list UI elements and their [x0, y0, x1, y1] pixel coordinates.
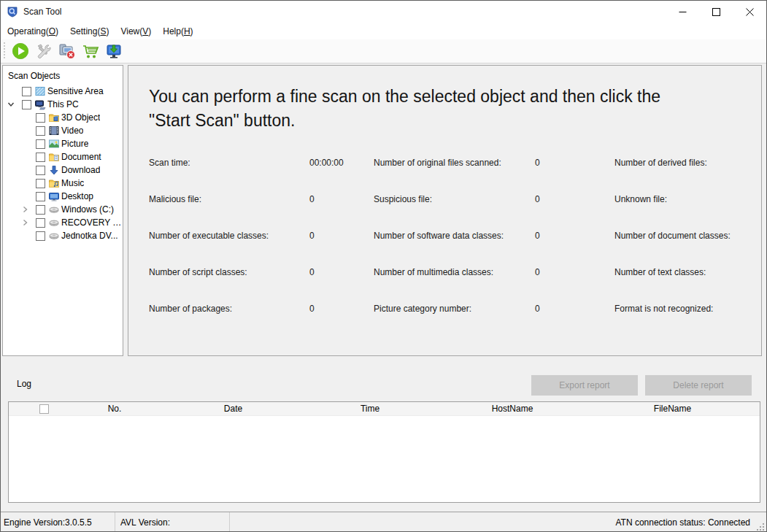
purchase-button[interactable]	[80, 41, 101, 61]
log-column-filename: FileName	[585, 404, 760, 414]
stat-label-number-of-executable-classes: Number of executable classes:	[149, 231, 309, 241]
stats-row: Malicious file:0Suspicious file:0Unknown…	[128, 194, 761, 231]
scan-statistics: Scan time:00:00:00Number of original fil…	[128, 158, 761, 340]
stat-label-number-of-script-classes: Number of script classes:	[149, 267, 309, 277]
tree-item-label: Document	[61, 152, 101, 162]
checkbox-desktop[interactable]	[36, 192, 45, 201]
log-column-no: No.	[63, 404, 166, 414]
resize-grip-icon[interactable]	[756, 523, 766, 532]
drive-icon	[48, 230, 60, 242]
stat-label-number-of-software-data-classes: Number of software data classes:	[374, 231, 535, 241]
scan-objects-tree: Sensitive AreaThis PC3D ObjectVideoPictu…	[3, 85, 123, 242]
computer-error-icon	[58, 42, 76, 60]
expander-expanded-icon[interactable]	[7, 98, 22, 111]
checkbox-jednotka-dv[interactable]	[36, 231, 45, 241]
titlebar: Scan Tool	[1, 1, 766, 23]
log-column-date: Date	[166, 404, 301, 414]
update-button[interactable]	[103, 41, 125, 61]
expander-collapsed-icon[interactable]	[21, 216, 36, 229]
menu-item-setting[interactable]: Setting(S)	[64, 24, 115, 39]
expander-spacer	[7, 85, 22, 98]
tree-item-video[interactable]: Video	[3, 124, 123, 137]
video-icon	[48, 125, 60, 136]
log-table-body	[9, 416, 760, 502]
checkbox-music[interactable]	[36, 179, 45, 188]
checkbox-document[interactable]	[36, 153, 45, 162]
stat-value-number-of-multimedia-classes: 0	[535, 267, 614, 277]
engine-version-text: Engine Version:3.0.5.5	[1, 512, 115, 532]
tree-item-3d-object[interactable]: 3D Object	[3, 111, 123, 124]
stats-row: Number of script classes:0Number of mult…	[128, 267, 761, 304]
checkbox-video[interactable]	[36, 126, 45, 136]
tree-item-label: This PC	[47, 99, 79, 109]
select-all-checkbox[interactable]	[39, 404, 49, 414]
tree-item-this-pc[interactable]: This PC	[3, 98, 123, 111]
toolbar-grip[interactable]	[3, 42, 7, 60]
caption-buttons	[666, 1, 766, 23]
stat-label-suspicious-file: Suspicious file:	[374, 194, 535, 204]
checkbox-windows-c[interactable]	[36, 205, 45, 215]
tree-item-label: Sensitive Area	[47, 86, 104, 96]
sensitive-area-icon	[34, 85, 46, 97]
picture-icon	[48, 138, 60, 150]
toolbar	[1, 39, 766, 63]
tree-item-label: Picture	[61, 139, 88, 149]
checkbox-recovery[interactable]	[36, 218, 45, 228]
tree-item-label: Video	[61, 126, 83, 136]
statusbar: Engine Version:3.0.5.5 AVL Version: ATN …	[1, 512, 766, 532]
export-report-button[interactable]: Export report	[531, 375, 638, 396]
tree-item-document[interactable]: Document	[3, 150, 123, 163]
expander-spacer	[21, 137, 36, 150]
tree-item-label: Windows (C:)	[61, 204, 114, 215]
stat-label-picture-category-number: Picture category number:	[374, 304, 535, 314]
checkbox-picture[interactable]	[36, 139, 45, 149]
tree-item-label: 3D Object	[61, 112, 100, 123]
stat-value-number-of-executable-classes: 0	[309, 231, 374, 241]
tree-item-recovery[interactable]: RECOVERY (...	[3, 216, 123, 229]
desktop-icon	[48, 190, 60, 202]
settings-tools-button[interactable]	[33, 41, 55, 61]
expander-spacer	[21, 177, 36, 190]
maximize-button[interactable]	[699, 1, 733, 23]
minimize-button[interactable]	[666, 1, 699, 23]
delete-report-button[interactable]: Delete report	[645, 375, 752, 396]
menubar: Operating(O)Setting(S)View(V)Help(H)	[1, 23, 766, 39]
stat-value-malicious-file: 0	[309, 194, 374, 204]
tree-item-label: Music	[61, 178, 84, 188]
tree-item-music[interactable]: Music	[3, 177, 123, 190]
stat-value-scan-time: 00:00:00	[309, 158, 374, 168]
checkbox-download[interactable]	[36, 166, 45, 175]
expander-spacer	[21, 163, 36, 177]
checkbox-3d-object[interactable]	[36, 113, 45, 123]
close-button[interactable]	[733, 1, 766, 23]
stat-label-number-of-text-classes: Number of text classes:	[614, 267, 761, 277]
stat-label-number-of-derived-files: Number of derived files:	[614, 158, 761, 168]
tree-item-jednotka-dv[interactable]: Jednotka DV...	[3, 229, 123, 242]
stat-value-picture-category-number: 0	[535, 304, 614, 314]
stat-value-suspicious-file: 0	[535, 194, 614, 204]
stat-value-number-of-original-files-scanned: 0	[535, 158, 614, 168]
menu-item-view[interactable]: View(V)	[115, 24, 157, 39]
checkbox-sensitive-area[interactable]	[22, 87, 31, 96]
scan-objects-header: Scan Objects	[3, 66, 123, 85]
quarantine-button[interactable]	[56, 41, 78, 61]
cart-icon	[82, 42, 99, 60]
tree-item-sensitive-area[interactable]: Sensitive Area	[3, 85, 123, 98]
menu-item-help[interactable]: Help(H)	[157, 24, 199, 39]
update-icon	[105, 42, 123, 60]
tree-item-label: RECOVERY (...	[61, 217, 123, 228]
app-logo-icon	[7, 6, 18, 18]
start-scan-button[interactable]	[9, 41, 31, 61]
instruction-heading: You can perform a fine scan on the selec…	[149, 85, 693, 133]
tree-item-label: Download	[61, 165, 100, 175]
tree-item-desktop[interactable]: Desktop	[3, 190, 123, 203]
tree-item-picture[interactable]: Picture	[3, 137, 123, 150]
tree-item-windows-c[interactable]: Windows (C:)	[3, 203, 123, 216]
stats-row: Scan time:00:00:00Number of original fil…	[128, 158, 761, 194]
tree-item-download[interactable]: Download	[3, 163, 123, 177]
expander-collapsed-icon[interactable]	[21, 203, 36, 216]
checkbox-this-pc[interactable]	[22, 100, 31, 109]
menu-item-operating[interactable]: Operating(O)	[1, 24, 64, 39]
stat-label-malicious-file: Malicious file:	[149, 194, 309, 204]
drive-icon	[48, 217, 60, 228]
